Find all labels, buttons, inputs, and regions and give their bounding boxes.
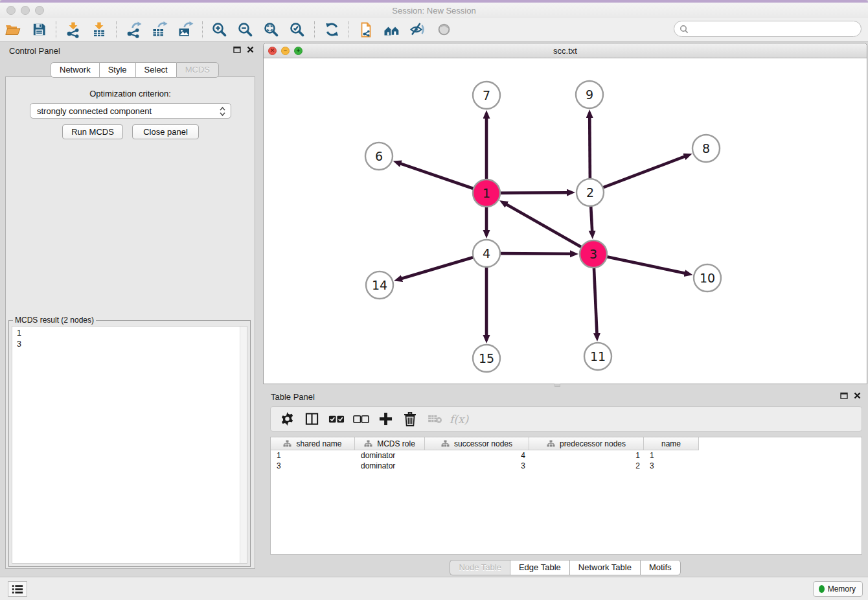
- result-line: 1: [17, 328, 247, 339]
- search-field[interactable]: [674, 21, 862, 37]
- graph-edge-4-3[interactable]: [499, 253, 571, 254]
- clone-network-icon: [358, 21, 374, 38]
- delete-table-button[interactable]: [422, 409, 447, 430]
- result-scrollbar[interactable]: [240, 327, 247, 563]
- graph-edge-4-14[interactable]: [402, 257, 474, 279]
- cell-name[interactable]: 3: [644, 461, 699, 470]
- show-hide-graphics-details-button[interactable]: [405, 19, 431, 40]
- zoom-out-button[interactable]: [233, 19, 258, 40]
- table-body: 1dominator4113dominator323: [271, 450, 862, 471]
- zoom-selected-icon: [289, 21, 306, 38]
- column-header-shared-name[interactable]: shared name: [271, 437, 355, 450]
- graph-edge-3-11[interactable]: [594, 267, 597, 334]
- cell-MCDS-role[interactable]: dominator: [355, 461, 425, 470]
- refresh-view-button[interactable]: [319, 19, 345, 40]
- delete-row-button[interactable]: [398, 409, 422, 430]
- save-session-button[interactable]: [26, 19, 52, 40]
- tab-select[interactable]: Select: [135, 62, 176, 78]
- cell-shared-name[interactable]: 3: [271, 461, 355, 470]
- tab-edge-table[interactable]: Edge Table: [510, 560, 569, 575]
- titlebar: Session: New Session: [0, 3, 868, 18]
- graph-node-label-7: 7: [483, 88, 490, 102]
- graph-edge-1-2[interactable]: [499, 192, 567, 193]
- table-panel: Table Panel: [263, 389, 867, 577]
- home-layout-button[interactable]: [379, 19, 405, 40]
- mcds-result-textarea[interactable]: 13: [12, 326, 247, 564]
- birdseye-view-button[interactable]: [431, 19, 457, 40]
- toolbar-separator: [348, 21, 349, 38]
- search-input[interactable]: [692, 23, 861, 36]
- function-builder-button[interactable]: f(x): [450, 413, 468, 426]
- show-column-button[interactable]: [299, 409, 324, 430]
- save-icon: [31, 21, 47, 38]
- zoom-in-button[interactable]: [207, 19, 233, 40]
- zoom-selected-button[interactable]: [284, 19, 310, 40]
- cell-successor-nodes[interactable]: 3: [425, 461, 529, 470]
- trash-icon: [404, 412, 417, 426]
- table-row[interactable]: 1dominator411: [271, 450, 862, 461]
- close-panel-button[interactable]: Close panel: [132, 124, 199, 139]
- column-sort-icon: [441, 440, 450, 447]
- memory-button[interactable]: Memory: [813, 581, 863, 597]
- clone-network-button[interactable]: [353, 19, 379, 40]
- graph-edge-2-9[interactable]: [589, 117, 590, 179]
- node-table[interactable]: shared nameMCDS rolesuccessor nodesprede…: [270, 437, 862, 555]
- tab-network[interactable]: Network: [51, 62, 99, 78]
- network-window-titlebar[interactable]: ✕ − + scc.txt: [264, 43, 867, 58]
- graph-edge-2-3[interactable]: [591, 205, 592, 231]
- column-header-successor-nodes[interactable]: successor nodes: [425, 437, 529, 450]
- close-panel-icon[interactable]: [247, 46, 254, 53]
- graph-node-label-8: 8: [702, 141, 710, 156]
- tab-mcds[interactable]: MCDS: [176, 62, 219, 78]
- table-row[interactable]: 3dominator323: [271, 461, 862, 471]
- cell-successor-nodes[interactable]: 4: [425, 451, 529, 460]
- close-panel-icon[interactable]: [854, 392, 861, 399]
- add-row-button[interactable]: [373, 409, 398, 430]
- float-panel-icon[interactable]: [840, 392, 848, 399]
- graph-edge-3-10[interactable]: [606, 257, 685, 273]
- deselect-all-button[interactable]: [348, 409, 373, 430]
- network-canvas[interactable]: 7968124314101511: [264, 58, 867, 384]
- graph-edge-3-1[interactable]: [506, 204, 582, 248]
- cell-shared-name[interactable]: 1: [271, 451, 355, 460]
- splitter-handle[interactable]: [554, 384, 560, 387]
- float-panel-icon[interactable]: [233, 46, 241, 53]
- mcds-result-group: MCDS result (2 nodes) 13: [8, 320, 251, 567]
- export-image-button[interactable]: [172, 19, 198, 40]
- export-table-button[interactable]: [146, 19, 172, 40]
- table-settings-button[interactable]: [275, 409, 299, 430]
- column-header-name[interactable]: name: [644, 437, 699, 450]
- cell-MCDS-role[interactable]: dominator: [355, 451, 425, 460]
- task-history-button[interactable]: [8, 581, 27, 597]
- task-list-icon: [12, 584, 23, 594]
- open-session-button[interactable]: [0, 19, 26, 40]
- tab-network-table[interactable]: Network Table: [569, 560, 640, 575]
- graph-node-label-14: 14: [372, 278, 387, 292]
- export-network-button[interactable]: [120, 19, 146, 40]
- run-mcds-button[interactable]: Run MCDS: [62, 124, 123, 139]
- optimization-criterion-label: Optimization criterion:: [6, 89, 255, 98]
- control-panel-tabs: NetworkStyleSelectMCDS: [51, 62, 219, 78]
- zoom-fit-button[interactable]: [258, 19, 284, 40]
- import-table-button[interactable]: [86, 19, 112, 40]
- select-all-icon: [328, 415, 345, 424]
- column-header-predecessor-nodes[interactable]: predecessor nodes: [529, 437, 644, 450]
- birdseye-view-icon: [436, 21, 452, 38]
- cell-name[interactable]: 1: [644, 451, 699, 460]
- column-header-label: name: [661, 439, 681, 448]
- graph-edge-2-8[interactable]: [602, 156, 685, 188]
- plus-icon: [379, 412, 393, 426]
- window-title: Session: New Session: [0, 6, 868, 16]
- graph-node-label-6: 6: [375, 149, 383, 163]
- import-network-button[interactable]: [60, 19, 86, 40]
- cell-predecessor-nodes[interactable]: 1: [529, 451, 644, 460]
- tab-node-table[interactable]: Node Table: [450, 560, 510, 575]
- tab-style[interactable]: Style: [99, 62, 135, 78]
- search-icon: [680, 25, 689, 34]
- select-all-button[interactable]: [324, 409, 348, 430]
- graph-edge-1-6[interactable]: [400, 163, 474, 189]
- cell-predecessor-nodes[interactable]: 2: [529, 461, 644, 470]
- criterion-select[interactable]: strongly connected component: [30, 103, 231, 119]
- column-header-MCDS-role[interactable]: MCDS role: [355, 437, 425, 450]
- tab-motifs[interactable]: Motifs: [640, 560, 681, 575]
